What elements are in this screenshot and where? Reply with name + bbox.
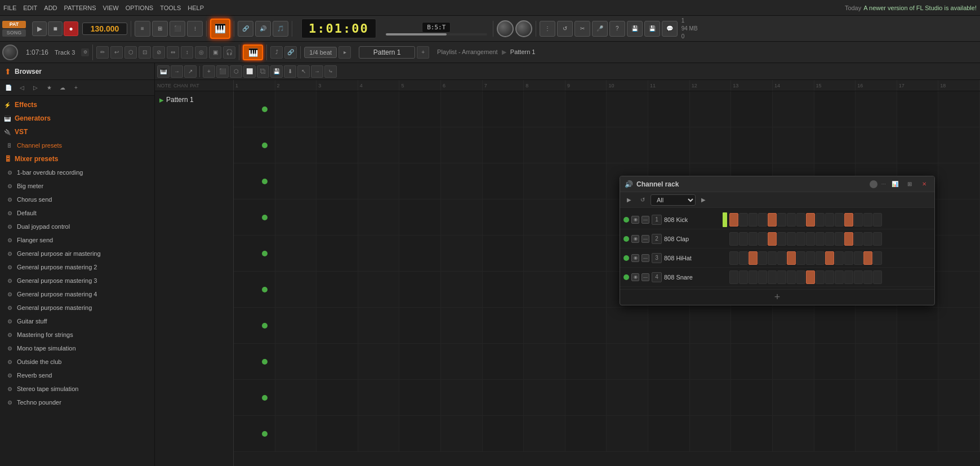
pat-button[interactable]: PAT xyxy=(2,21,26,28)
track-cell[interactable] xyxy=(317,272,358,307)
menu-help[interactable]: HELP xyxy=(188,5,204,11)
cr-pad[interactable] xyxy=(729,213,738,227)
track-cell[interactable] xyxy=(483,308,524,343)
list-item[interactable]: ⚙ Mono tape simulation xyxy=(0,341,154,355)
cr-pad[interactable] xyxy=(768,251,777,265)
list-item[interactable]: ⚙ Guitar stuff xyxy=(0,314,154,328)
list-item[interactable]: ⚙ General purpose mastering xyxy=(0,301,154,314)
track-cell[interactable] xyxy=(938,199,980,235)
cr-pad[interactable] xyxy=(729,251,738,265)
pl-draw-btn[interactable]: ✏ xyxy=(96,46,109,59)
cr-pad[interactable] xyxy=(873,270,882,284)
cr-pad[interactable] xyxy=(816,213,825,227)
track-cell[interactable] xyxy=(358,272,400,307)
cr-pad[interactable] xyxy=(844,251,853,265)
link-icon[interactable]: 🔗 xyxy=(238,21,253,37)
track-cell[interactable] xyxy=(399,272,441,307)
cr-channel-row[interactable]: ◉ — 2 808 Clap xyxy=(620,229,934,248)
cr-pad[interactable] xyxy=(768,270,777,284)
sidebar-item-vst[interactable]: 🔌 VST xyxy=(0,125,154,139)
cr-pad[interactable] xyxy=(758,213,767,227)
cr-pad[interactable] xyxy=(806,251,815,265)
track-row[interactable] xyxy=(234,344,980,380)
track-cell[interactable] xyxy=(399,416,441,451)
track-cell[interactable] xyxy=(607,308,648,343)
track-cell[interactable] xyxy=(565,380,607,415)
track-cell[interactable] xyxy=(317,344,358,379)
track-cell[interactable] xyxy=(773,91,814,127)
cr-pad[interactable] xyxy=(825,270,834,284)
cr-pad[interactable] xyxy=(796,232,805,246)
notif-message[interactable]: A newer version of FL Studio is availabl… xyxy=(863,5,977,11)
track-cell[interactable] xyxy=(607,416,648,451)
track-cell[interactable] xyxy=(317,380,358,415)
track-cell[interactable] xyxy=(814,127,856,163)
track-cell[interactable] xyxy=(938,416,980,451)
cr-solo-btn[interactable]: ◉ xyxy=(631,254,639,262)
cr-pad[interactable] xyxy=(873,213,882,227)
track-cell[interactable] xyxy=(524,163,565,199)
master-vol-knob2[interactable] xyxy=(2,45,18,60)
track-cell[interactable] xyxy=(856,380,897,415)
mic-icon[interactable]: 🎤 xyxy=(592,21,608,37)
cr-pad[interactable] xyxy=(787,251,796,265)
cr-pad[interactable] xyxy=(835,232,844,246)
pl-snap-btn[interactable]: ↩ xyxy=(110,46,123,59)
sidebar-item-channel-presets[interactable]: 🎚 Channel presets xyxy=(0,139,154,152)
track-cell[interactable] xyxy=(856,308,897,343)
beat-button[interactable]: 1/4 beat xyxy=(304,47,337,58)
list-item[interactable]: ⚙ Mastering for strings xyxy=(0,328,154,341)
pl-extra1-btn[interactable]: ⤴ xyxy=(270,46,283,59)
cr-pad[interactable] xyxy=(835,213,844,227)
pl-h-filter-icon[interactable]: ⬇ xyxy=(284,65,296,78)
menu-options[interactable]: OPTIONS xyxy=(126,5,154,11)
track-cell[interactable] xyxy=(524,308,565,343)
track-cell[interactable] xyxy=(565,308,607,343)
cr-pad[interactable] xyxy=(835,251,844,265)
track-row[interactable] xyxy=(234,91,980,127)
browser-icon[interactable]: ⫶ xyxy=(187,21,203,37)
cr-pad[interactable] xyxy=(758,251,767,265)
menu-edit[interactable]: EDIT xyxy=(23,5,37,11)
metronome-icon[interactable]: 🎵 xyxy=(273,21,288,37)
pl-h-hook-icon[interactable]: ⤷ xyxy=(324,65,337,78)
track-cell[interactable] xyxy=(483,236,524,271)
cr-filter-select[interactable]: All xyxy=(651,194,696,206)
track-cell[interactable] xyxy=(938,308,980,343)
cr-grid-icon[interactable]: ⊞ xyxy=(904,179,915,190)
track-cell[interactable] xyxy=(648,91,690,127)
track-cell[interactable] xyxy=(399,308,441,343)
pl-move-icon[interactable]: ↗ xyxy=(184,65,197,78)
track-cell[interactable] xyxy=(483,380,524,415)
cr-circle-gray[interactable] xyxy=(870,180,877,188)
list-item[interactable]: ⚙ General purpose mastering 3 xyxy=(0,274,154,287)
track-cell[interactable] xyxy=(773,344,814,379)
cr-pad[interactable] xyxy=(873,251,882,265)
cr-channel-name[interactable]: 808 Clap xyxy=(664,236,720,242)
sidebar-star-icon[interactable]: ★ xyxy=(43,82,55,94)
cr-undo-btn[interactable]: ↺ xyxy=(637,194,648,206)
track-cell[interactable] xyxy=(275,416,317,451)
cr-pad[interactable] xyxy=(796,251,805,265)
track-cell[interactable] xyxy=(814,344,856,379)
list-item[interactable]: ⚙ Stereo tape simulation xyxy=(0,382,154,396)
track-cell[interactable] xyxy=(690,308,732,343)
track-cell[interactable] xyxy=(358,163,400,199)
help-icon[interactable]: ? xyxy=(609,21,625,37)
pl-link-btn[interactable]: 🔗 xyxy=(284,46,297,59)
track-cell[interactable] xyxy=(814,91,856,127)
cr-pad[interactable] xyxy=(825,251,834,265)
track-cells-8[interactable] xyxy=(234,344,980,379)
menu-view[interactable]: VIEW xyxy=(103,5,119,11)
list-item[interactable]: ⚙ Dual joypad control xyxy=(0,220,154,233)
track-cell[interactable] xyxy=(275,236,317,271)
cr-bar-chart-icon[interactable]: 📊 xyxy=(889,179,901,190)
step-seq-icon[interactable]: ⊞ xyxy=(152,21,168,37)
track-cell[interactable] xyxy=(565,91,607,127)
cr-pad[interactable] xyxy=(787,213,796,227)
track-cell[interactable] xyxy=(648,127,690,163)
cr-pad[interactable] xyxy=(806,232,815,246)
track-cell[interactable] xyxy=(234,344,275,379)
track-cell[interactable] xyxy=(897,91,939,127)
track-cell[interactable] xyxy=(938,380,980,415)
